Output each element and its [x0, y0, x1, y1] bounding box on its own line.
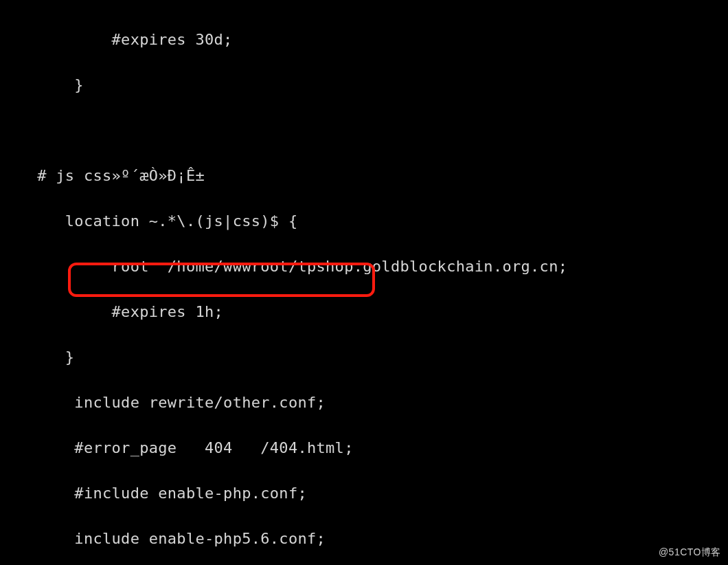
code-line: } [0, 346, 728, 368]
watermark-text: @51CTO博客 [659, 545, 721, 560]
code-line: location ~.*\.(js|css)$ { [0, 210, 728, 232]
code-line: root /home/wwwroot/tpshop.goldblockchain… [0, 255, 728, 278]
code-line: #include enable-php.conf; [0, 482, 728, 505]
code-line: #expires 30d; [0, 28, 728, 51]
code-line: # js css»º´æÒ»Ð¡Ê± [0, 164, 728, 187]
nginx-config-code: #expires 30d; } # js css»º´æÒ»Ð¡Ê± locat… [0, 0, 728, 565]
code-line: } [0, 74, 728, 96]
code-line [0, 119, 728, 142]
code-line: #error_page 404 /404.html; [0, 436, 728, 459]
code-line: include rewrite/other.conf; [0, 391, 728, 414]
code-line-highlighted: include enable-php5.6.conf; [0, 527, 728, 550]
code-line: #expires 1h; [0, 300, 728, 323]
